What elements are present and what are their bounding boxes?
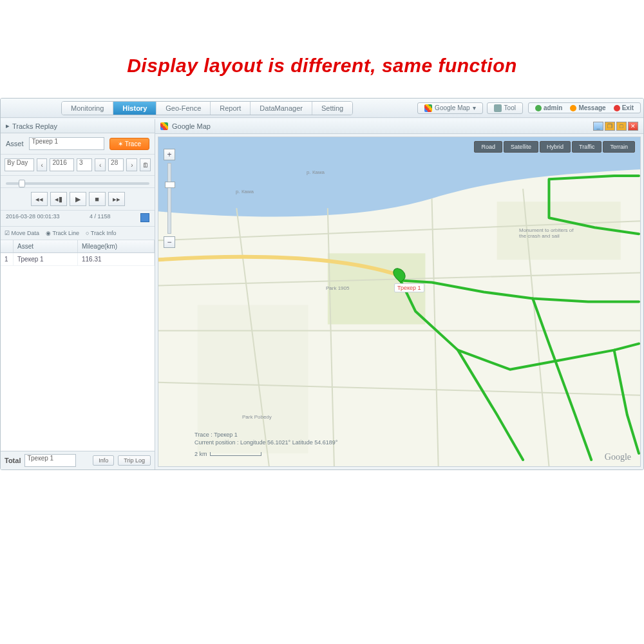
message-chip[interactable]: Message	[570, 104, 605, 111]
map-provider-select[interactable]: Google Map ▾	[417, 102, 482, 114]
track-info-radio[interactable]: ○ Track Info	[86, 230, 116, 236]
google-icon	[424, 104, 432, 112]
progress-label: 4 / 1158	[90, 213, 111, 222]
month-select[interactable]: 3	[77, 158, 92, 171]
tab-geofence[interactable]: Geo-Fence	[156, 102, 211, 115]
asset-select[interactable]: Трекер 1	[29, 137, 105, 150]
timestamp-label: 2016-03-28 00:01:33	[6, 213, 60, 222]
google-icon	[160, 122, 168, 130]
top-toolbar: Monitoring History Geo-Fence Report Data…	[1, 99, 643, 118]
playback-controls: ◂◂ ◂▮ ▶ ■ ▸▸	[1, 188, 155, 211]
message-icon	[570, 105, 576, 111]
range-select[interactable]: By Day	[5, 158, 34, 171]
maptype-terrain[interactable]: Terrain	[603, 141, 635, 153]
window-minimize-button[interactable]: _	[593, 122, 603, 131]
user-strip: admin Message Exit	[528, 102, 641, 113]
tab-report[interactable]: Report	[211, 102, 251, 115]
tool-label: Tool	[504, 104, 516, 111]
footer-total-label: Total	[5, 457, 21, 464]
zoom-handle[interactable]	[165, 182, 175, 188]
user-chip[interactable]: admin	[535, 104, 562, 111]
window-close-button[interactable]: ✕	[628, 122, 638, 131]
wrench-icon	[494, 104, 502, 112]
chevron-down-icon: ▾	[473, 104, 476, 111]
maptype-hybrid[interactable]: Hybrid	[540, 141, 571, 153]
prev-period-button[interactable]: ‹	[37, 158, 48, 171]
calendar-button[interactable]: 🗓	[140, 158, 151, 171]
google-logo: Google	[605, 452, 631, 462]
mileage-table-header: Asset Mileage(km)	[1, 240, 155, 253]
map-provider-label: Google Map	[435, 104, 469, 111]
maptype-satellite[interactable]: Satellite	[504, 141, 538, 153]
day-select[interactable]: 28	[108, 158, 124, 171]
zoom-slider[interactable]	[167, 163, 171, 234]
fast-forward-button[interactable]: ▸▸	[108, 192, 125, 206]
play-button[interactable]: ▶	[70, 192, 86, 206]
trace-info: Trace : Трекер 1 Current position : Long…	[194, 431, 337, 447]
track-line-radio[interactable]: ◉ Track Line	[46, 230, 79, 236]
tab-history[interactable]: History	[113, 102, 156, 115]
map-type-switch: Road Satellite Hybrid Traffic Terrain	[474, 141, 635, 153]
rewind-button[interactable]: ◂◂	[31, 192, 48, 206]
stop-button[interactable]: ■	[89, 192, 106, 206]
tool-button[interactable]: Tool	[487, 102, 523, 114]
trip-log-button[interactable]: Trip Log	[118, 455, 151, 466]
next-day-button[interactable]: ›	[126, 158, 137, 171]
trace-button[interactable]: ✶ Trace	[109, 138, 149, 150]
zoom-out-button[interactable]: −	[164, 236, 175, 248]
asset-label: Asset	[6, 140, 24, 147]
map-panel: Google Map _ ❐ □ ✕	[155, 119, 643, 469]
user-icon	[535, 105, 542, 111]
move-data-checkbox[interactable]: ☑ Move Data	[5, 230, 39, 236]
map-title-label: Google Map	[172, 122, 211, 130]
toggle-info-button[interactable]	[140, 213, 149, 222]
exit-chip[interactable]: Exit	[614, 104, 634, 111]
info-button[interactable]: Info	[93, 455, 114, 466]
vehicle-marker[interactable]: Трекер 1	[394, 267, 424, 292]
table-row[interactable]: 1 Трекер 1 116.31	[1, 253, 155, 266]
map-scale: 2 km	[194, 451, 261, 457]
map-canvas[interactable]: + − Road Satellite Hybrid Traffic Terrai…	[158, 137, 641, 467]
annotation-headline: Display layout is different, same functi…	[0, 55, 644, 77]
window-maximize-button[interactable]: □	[616, 122, 627, 131]
play-icon: ▸	[6, 122, 10, 130]
year-select[interactable]: 2016	[50, 158, 74, 171]
mileage-table-body: 1 Трекер 1 116.31	[1, 253, 155, 451]
slider-handle[interactable]	[19, 180, 25, 187]
app-window: Monitoring History Geo-Fence Report Data…	[0, 98, 644, 470]
tab-setting[interactable]: Setting	[312, 102, 352, 115]
step-back-button[interactable]: ◂▮	[50, 192, 67, 206]
maptype-traffic[interactable]: Traffic	[572, 141, 602, 153]
timeline-slider[interactable]	[6, 182, 149, 185]
zoom-control: + −	[164, 149, 175, 248]
sidebar-tracks-replay: ▸ Tracks Replay Asset Трекер 1 ✶ Trace B…	[1, 119, 155, 469]
prev-day-button[interactable]: ‹	[95, 158, 106, 171]
tab-monitoring[interactable]: Monitoring	[62, 102, 113, 115]
exit-icon	[614, 105, 620, 111]
tab-datamanager[interactable]: DataManager	[251, 102, 312, 115]
footer-asset-select[interactable]: Трекер 1	[24, 454, 76, 467]
sidebar-title: ▸ Tracks Replay	[1, 119, 155, 133]
maptype-road[interactable]: Road	[474, 141, 502, 153]
window-restore-button[interactable]: ❐	[605, 122, 615, 131]
zoom-in-button[interactable]: +	[164, 149, 175, 160]
marker-label: Трекер 1	[394, 283, 424, 292]
main-tabs: Monitoring History Geo-Fence Report Data…	[61, 101, 353, 115]
